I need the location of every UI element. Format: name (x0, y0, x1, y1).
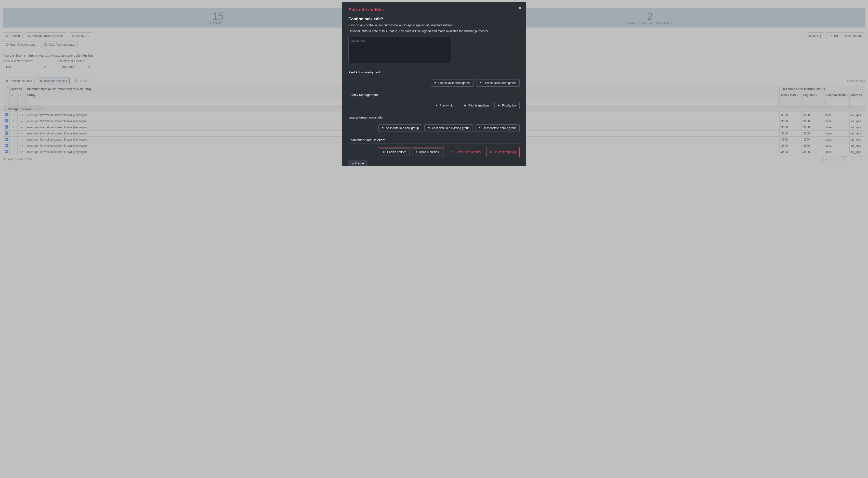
priority-low-button[interactable]: Priority low (494, 102, 520, 109)
flag-icon (428, 126, 431, 130)
disable-entities-button[interactable]: Disable entities (412, 148, 442, 156)
modal-overlay: ✕ Bulk edit entities Confirm bulk edit? … (0, 0, 868, 478)
section-priority: Priority Management: (348, 93, 520, 98)
enable-entities-button[interactable]: Enable entities (380, 148, 410, 156)
flag-icon (478, 126, 482, 130)
instruction-text: Click on any of the action buttons bello… (348, 23, 520, 28)
delete-temporary-button[interactable]: Delete temporary (487, 147, 520, 157)
cancel-button[interactable]: Cancel (348, 160, 368, 167)
eye-icon (383, 150, 386, 154)
flag-icon (434, 81, 437, 85)
trash-icon (451, 150, 454, 154)
trash-icon (490, 150, 492, 154)
flag-icon (498, 104, 500, 107)
update-note-textarea[interactable] (348, 37, 452, 63)
cancel-icon (351, 162, 354, 165)
eye-off-icon (415, 150, 417, 154)
associate-new-group-button[interactable]: Associate in a new group (378, 124, 422, 132)
flag-icon (479, 81, 482, 85)
flag-icon (435, 104, 438, 107)
priority-medium-button[interactable]: Priority medium (461, 102, 492, 109)
section-enablement: Enablement and Deletion: (348, 138, 520, 144)
flag-icon (381, 126, 384, 130)
close-button[interactable]: ✕ (518, 5, 522, 11)
priority-high-button[interactable]: Priority high (432, 102, 458, 109)
optional-note-text: Optional: enter a note of this update, T… (348, 29, 520, 34)
enable-disable-highlight: Enable entities Disable entities (378, 147, 444, 157)
enable-ack-button[interactable]: Enable acknowledgment (431, 79, 474, 87)
section-logical-group: Logical group association: (348, 116, 520, 121)
disable-ack-button[interactable]: Disable acknowledgment (476, 79, 520, 87)
confirm-heading: Confirm bulk edit? (348, 17, 520, 21)
flag-icon (464, 104, 467, 107)
delete-permanently-button[interactable]: Delete permanently (448, 147, 484, 157)
section-ack: Alert Acknowledgment: (348, 70, 520, 76)
unassociate-group-button[interactable]: Unassociate from a group (475, 124, 520, 132)
bulk-edit-modal: ✕ Bulk edit entities Confirm bulk edit? … (342, 2, 526, 167)
associate-existing-group-button[interactable]: Associate in a existing group (425, 124, 473, 132)
modal-title: Bulk edit entities (348, 7, 520, 12)
